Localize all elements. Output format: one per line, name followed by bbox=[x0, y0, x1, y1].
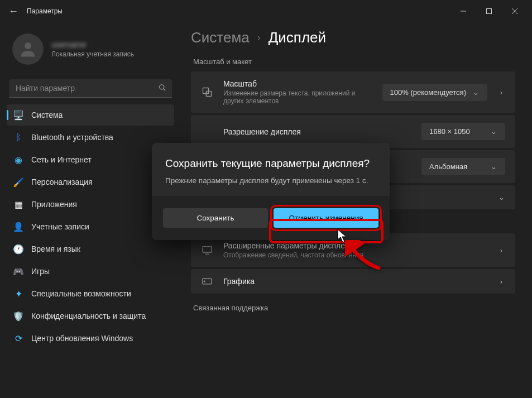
search-box[interactable] bbox=[9, 79, 172, 98]
window-controls bbox=[450, 2, 528, 20]
sidebar-item-label: Система bbox=[31, 111, 63, 119]
window-title: Параметры bbox=[27, 7, 63, 15]
apps-icon: ▦ bbox=[13, 199, 23, 209]
sidebar-item-accessibility[interactable]: ✦Специальные возможности bbox=[7, 283, 174, 304]
sidebar-item-label: Игры bbox=[31, 267, 50, 276]
row-title: Расширенные параметры дисплея bbox=[223, 241, 487, 250]
avatar-icon bbox=[12, 33, 44, 65]
back-button[interactable]: ← bbox=[4, 2, 22, 20]
gamepad-icon: 🎮 bbox=[13, 266, 23, 276]
brush-icon: 🖌️ bbox=[13, 177, 23, 187]
svg-point-4 bbox=[25, 42, 31, 49]
chevron-down-icon: ⌄ bbox=[490, 162, 497, 171]
update-icon: ⟳ bbox=[13, 333, 23, 343]
search-icon bbox=[159, 84, 166, 94]
maximize-button[interactable] bbox=[476, 2, 502, 20]
sidebar-item-time-language[interactable]: 🕐Время и язык bbox=[7, 238, 174, 260]
revert-button[interactable]: Отменить изменения bbox=[274, 208, 378, 228]
svg-rect-9 bbox=[203, 247, 212, 252]
profile[interactable]: username Локальная учетная запись bbox=[7, 22, 174, 76]
breadcrumb-current: Дисплей bbox=[269, 29, 326, 46]
svg-point-5 bbox=[160, 84, 164, 89]
sidebar-item-label: Персонализация bbox=[31, 178, 93, 186]
row-title: Масштаб bbox=[223, 79, 372, 88]
sidebar-item-label: Центр обновления Windows bbox=[31, 334, 133, 343]
search-input[interactable] bbox=[9, 79, 172, 98]
profile-subtitle: Локальная учетная запись bbox=[51, 50, 134, 58]
orientation-dropdown[interactable]: Альбомная⌄ bbox=[421, 158, 505, 175]
sidebar-item-label: Приложения bbox=[31, 200, 77, 209]
resolution-dropdown[interactable]: 1680 × 1050⌄ bbox=[421, 123, 505, 140]
row-title: Графика bbox=[223, 277, 487, 286]
scale-dropdown[interactable]: 100% (рекомендуется)⌄ bbox=[382, 84, 487, 101]
row-text: Графика bbox=[223, 277, 487, 286]
profile-text: username Локальная учетная запись bbox=[51, 40, 134, 58]
dialog-title: Сохранить текущие параметры дисплея? bbox=[165, 157, 376, 170]
profile-name: username bbox=[51, 40, 134, 49]
row-subtitle: Изменение размера текста, приложений и д… bbox=[223, 89, 372, 105]
sidebar: username Локальная учетная запись 🖥️Сист… bbox=[7, 22, 174, 391]
scale-icon bbox=[201, 87, 213, 98]
chevron-down-icon[interactable]: ⌄ bbox=[497, 193, 505, 202]
accessibility-icon: ✦ bbox=[13, 289, 23, 299]
chevron-right-icon[interactable]: › bbox=[497, 277, 505, 286]
row-text: Расширенные параметры дисплея Отображени… bbox=[223, 241, 487, 259]
chevron-down-icon: ⌄ bbox=[490, 127, 497, 136]
chevron-down-icon: ⌄ bbox=[472, 88, 480, 97]
svg-line-6 bbox=[164, 88, 166, 90]
sidebar-item-label: Специальные возможности bbox=[31, 289, 131, 298]
nav-list: 🖥️Система ᛒBluetooth и устройства ◉Сеть … bbox=[7, 104, 174, 349]
close-button[interactable] bbox=[502, 2, 528, 20]
minimize-button[interactable] bbox=[450, 2, 476, 20]
sidebar-item-label: Время и язык bbox=[31, 244, 80, 253]
row-subtitle: Отображение сведений, частота обновления bbox=[223, 251, 487, 259]
titlebar: ← Параметры bbox=[0, 0, 532, 22]
bluetooth-icon: ᛒ bbox=[13, 132, 23, 142]
sidebar-item-accounts[interactable]: 👤Учетные записи bbox=[7, 216, 174, 237]
save-button[interactable]: Сохранить bbox=[163, 208, 268, 228]
sidebar-item-apps[interactable]: ▦Приложения bbox=[7, 194, 174, 215]
sidebar-item-privacy[interactable]: 🛡️Конфиденциальность и защита bbox=[7, 305, 174, 327]
breadcrumb-parent[interactable]: Система bbox=[191, 29, 250, 46]
row-scale[interactable]: Масштаб Изменение размера текста, прилож… bbox=[191, 71, 515, 113]
sidebar-item-bluetooth[interactable]: ᛒBluetooth и устройства bbox=[7, 127, 174, 148]
breadcrumb: Система › Дисплей bbox=[191, 29, 515, 46]
dialog-actions: Сохранить Отменить изменения bbox=[152, 196, 390, 240]
sidebar-item-label: Сеть и Интернет bbox=[31, 155, 92, 164]
sidebar-item-gaming[interactable]: 🎮Игры bbox=[7, 261, 174, 282]
sidebar-item-network[interactable]: ◉Сеть и Интернет bbox=[7, 149, 174, 170]
display-icon bbox=[201, 246, 213, 255]
chevron-right-icon: › bbox=[257, 32, 261, 44]
sidebar-item-update[interactable]: ⟳Центр обновления Windows bbox=[7, 328, 174, 349]
svg-rect-7 bbox=[203, 88, 209, 94]
monitor-icon: 🖥️ bbox=[13, 110, 23, 120]
chevron-right-icon[interactable]: › bbox=[497, 88, 505, 97]
dialog-body: Сохранить текущие параметры дисплея? Пре… bbox=[152, 143, 390, 196]
sidebar-item-system[interactable]: 🖥️Система bbox=[7, 104, 174, 126]
sidebar-item-label: Bluetooth и устройства bbox=[31, 133, 113, 142]
shield-icon: 🛡️ bbox=[13, 311, 23, 321]
row-text: Масштаб Изменение размера текста, прилож… bbox=[223, 79, 372, 105]
section-support-label: Связанная поддержка bbox=[193, 304, 515, 312]
sidebar-item-personalization[interactable]: 🖌️Персонализация bbox=[7, 171, 174, 193]
svg-rect-1 bbox=[487, 9, 492, 14]
row-graphics[interactable]: Графика › bbox=[191, 269, 515, 294]
user-icon: 👤 bbox=[13, 222, 23, 232]
sidebar-item-label: Учетные записи bbox=[31, 222, 89, 231]
dialog-message: Прежние параметры дисплея будут применен… bbox=[165, 176, 376, 185]
clock-icon: 🕐 bbox=[13, 244, 23, 254]
chevron-right-icon[interactable]: › bbox=[497, 246, 505, 255]
sidebar-item-label: Конфиденциальность и защита bbox=[31, 311, 146, 320]
wifi-icon: ◉ bbox=[13, 155, 23, 165]
confirm-dialog: Сохранить текущие параметры дисплея? Пре… bbox=[152, 143, 390, 240]
section-scale-label: Масштаб и макет bbox=[193, 57, 515, 66]
graphics-icon bbox=[201, 277, 213, 286]
row-title: Разрешение дисплея bbox=[223, 127, 411, 136]
row-text: Разрешение дисплея bbox=[223, 127, 411, 136]
